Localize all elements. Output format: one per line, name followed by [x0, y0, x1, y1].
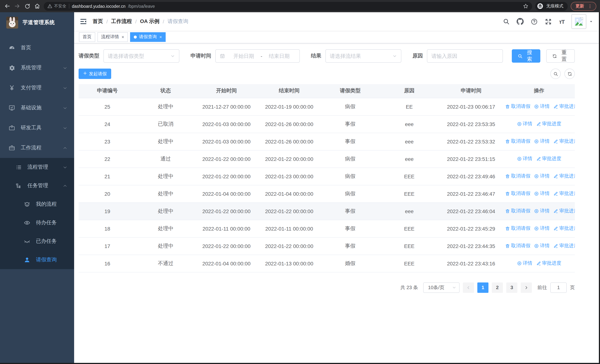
forward-icon[interactable]: [14, 3, 21, 10]
detail-action-link[interactable]: 详情: [534, 190, 550, 197]
sidebar-item-7[interactable]: 任务管理: [0, 177, 74, 195]
search-button[interactable]: 搜索: [512, 49, 540, 63]
reload-icon[interactable]: [24, 3, 31, 10]
detail-action-link[interactable]: 详情: [517, 260, 532, 267]
close-tab-icon[interactable]: ×: [122, 35, 124, 39]
table-tools: [550, 69, 575, 79]
sidebar-item-6[interactable]: 流程管理: [0, 158, 74, 177]
sidebar-item-10[interactable]: 已办任务: [0, 232, 74, 251]
cancel-action-link[interactable]: 取消请假: [505, 208, 530, 215]
fullscreen-icon[interactable]: [545, 18, 552, 25]
breadcrumb-item-1[interactable]: 工作流程: [111, 18, 132, 25]
result-select-input[interactable]: [330, 53, 390, 59]
close-tab-icon[interactable]: ×: [159, 35, 162, 39]
action-label: 详情: [540, 225, 550, 232]
search-icon[interactable]: [503, 18, 510, 25]
cell-start: 2022-01-22 00:00:00: [195, 168, 258, 185]
goto-page-input[interactable]: [550, 282, 567, 293]
sidebar-item-5[interactable]: 工作流程: [0, 138, 74, 158]
reason-input-wrap[interactable]: [427, 49, 503, 63]
progress-action-link[interactable]: 审批进度: [553, 173, 575, 180]
detail-action-link[interactable]: 详情: [534, 138, 550, 145]
progress-action-link[interactable]: 审批进度: [536, 121, 561, 127]
detail-action-link[interactable]: 详情: [517, 156, 532, 162]
detail-action-link[interactable]: 详情: [534, 243, 550, 249]
cell-start: 2022-01-22 00:00:00: [195, 202, 258, 220]
tab-label: 请假查询: [139, 34, 157, 40]
progress-action-link[interactable]: 审批进度: [536, 260, 561, 267]
refresh-icon: [552, 54, 557, 58]
progress-action-link[interactable]: 审批进度: [536, 156, 561, 162]
view-icon: [534, 191, 539, 196]
result-select[interactable]: [325, 49, 401, 63]
tab-2[interactable]: 请假查询×: [130, 32, 166, 42]
sidebar-item-3[interactable]: 基础设施: [0, 98, 74, 118]
progress-action-link[interactable]: 审批进度: [553, 190, 575, 197]
table-header-row: 申请编号状态开始时间结束时间请假类型原因申请时间操作: [79, 84, 575, 98]
prev-page-button[interactable]: [463, 282, 474, 293]
end-date-input[interactable]: [263, 53, 295, 59]
action-label: 审批进度: [559, 103, 575, 110]
refresh-table-icon[interactable]: [564, 69, 575, 79]
progress-action-link[interactable]: 审批进度: [553, 138, 575, 145]
font-size-icon[interactable]: тT: [559, 18, 564, 25]
sidebar-item-4[interactable]: 研发工具: [0, 118, 74, 138]
edit-icon: [553, 174, 558, 179]
cancel-action-link[interactable]: 取消请假: [505, 173, 530, 180]
back-icon[interactable]: [4, 3, 11, 10]
reason-input[interactable]: [431, 53, 498, 59]
breadcrumb-item-0[interactable]: 首页: [93, 18, 103, 25]
sidebar-item-9[interactable]: 待办任务: [0, 214, 74, 232]
user-avatar-menu[interactable]: [572, 14, 593, 29]
sidebar-item-8[interactable]: 我的流程: [0, 195, 74, 214]
apply-time-range-picker[interactable]: -: [215, 49, 300, 63]
sidebar-item-1[interactable]: 系统管理: [0, 58, 74, 78]
sidebar-fold-icon[interactable]: [80, 18, 87, 25]
cancel-action-link[interactable]: 取消请假: [505, 190, 530, 197]
edit-icon: [553, 191, 558, 196]
bookmark-star-icon[interactable]: [523, 3, 528, 9]
sidebar-item-0[interactable]: 首页: [0, 38, 74, 58]
total-count: 共 23 条: [400, 284, 418, 291]
menu-dots-icon[interactable]: [587, 3, 593, 9]
tab-0[interactable]: 首页: [79, 32, 95, 42]
detail-action-link[interactable]: 详情: [534, 208, 550, 215]
page-button-2[interactable]: 2: [492, 282, 503, 293]
page-size-select[interactable]: 10条/页: [423, 282, 459, 293]
cell-id: 24: [79, 115, 136, 133]
detail-action-link[interactable]: 详情: [534, 103, 550, 110]
goto-label: 前往: [537, 284, 547, 291]
cancel-action-link[interactable]: 取消请假: [505, 138, 530, 145]
help-icon[interactable]: [531, 18, 538, 25]
progress-action-link[interactable]: 审批进度: [553, 225, 575, 232]
search-toggle-icon[interactable]: [550, 69, 561, 79]
url-bar[interactable]: 不安全 dashboard.yudao.iocoder.cn/bpm/oa/le…: [44, 2, 532, 10]
reset-button[interactable]: 重置: [546, 49, 575, 63]
detail-action-link[interactable]: 详情: [534, 173, 550, 180]
progress-action-link[interactable]: 审批进度: [553, 103, 575, 110]
leave-type-select[interactable]: [103, 49, 179, 63]
sidebar-item-2[interactable]: 支付管理: [0, 78, 74, 98]
detail-action-link[interactable]: 详情: [517, 121, 532, 127]
home-icon[interactable]: [34, 3, 41, 10]
sidebar-item-11[interactable]: 请假查询: [0, 251, 74, 269]
github-icon[interactable]: [517, 18, 524, 25]
create-leave-button[interactable]: 发起请假: [79, 69, 111, 79]
cancel-action-link[interactable]: 取消请假: [505, 103, 530, 110]
security-status[interactable]: 不安全: [47, 3, 66, 9]
cancel-action-link[interactable]: 取消请假: [505, 243, 530, 249]
breadcrumb-item-2[interactable]: OA 示例: [140, 18, 159, 25]
progress-action-link[interactable]: 审批进度: [553, 208, 575, 215]
start-date-input[interactable]: [227, 53, 260, 59]
leave-type-select-input[interactable]: [108, 53, 168, 59]
detail-action-link[interactable]: 详情: [534, 225, 550, 232]
cancel-action-link[interactable]: 取消请假: [505, 225, 530, 232]
next-page-button[interactable]: [521, 282, 532, 293]
app-logo[interactable]: 芋道管理系统: [0, 12, 74, 33]
page-button-1[interactable]: 1: [477, 282, 488, 293]
progress-action-link[interactable]: 审批进度: [553, 243, 575, 249]
cell-start: 2022-01-22 00:00:00: [195, 150, 258, 168]
update-button[interactable]: 更新: [571, 2, 596, 10]
page-button-3[interactable]: 3: [506, 282, 517, 293]
tab-1[interactable]: 流程详情×: [97, 32, 128, 42]
